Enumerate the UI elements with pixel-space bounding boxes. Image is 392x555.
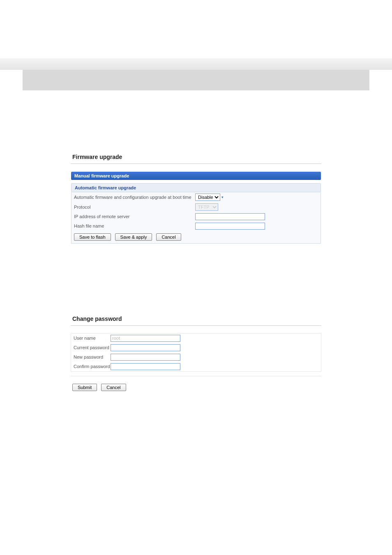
section-number-cp: 4.8.6 xyxy=(24,280,40,288)
chevron-down-icon: ▾ xyxy=(221,195,224,199)
automatic-upgrade-header[interactable]: Automatic firmware upgrade xyxy=(71,183,321,192)
figure-caption-cp: Figure 4-55 Change password xyxy=(23,403,369,410)
section-heading-change-password: 4.8.6 Change password xyxy=(23,280,369,288)
cp-confirm-input[interactable] xyxy=(111,363,180,370)
cp-username-label: User name xyxy=(74,336,111,341)
auto-boot-label: Automatic firmware and configuration upg… xyxy=(74,195,195,200)
figure-caption-firmware: Figure 4-54 Firmware upgrade xyxy=(23,256,369,264)
ip-address-label: IP address of remote server xyxy=(74,214,195,219)
paragraph-firmware-2: Please refer to the Appendix A for more … xyxy=(23,127,369,135)
paragraph-firmware-1: Firmware can be easily upgraded via a we… xyxy=(23,104,369,119)
change-password-panel: Change password User name Current passwo… xyxy=(71,313,321,391)
cp-panel-title: Change password xyxy=(71,313,321,326)
cp-current-input[interactable] xyxy=(111,344,180,351)
ip-address-input[interactable] xyxy=(195,213,265,220)
save-to-flash-button[interactable]: Save to flash xyxy=(74,233,111,241)
firmware-upgrade-panel: Firmware upgrade Manual firmware upgrade… xyxy=(71,151,321,244)
cp-confirm-label: Confirm password xyxy=(74,364,111,369)
cp-new-label: New password xyxy=(74,355,111,359)
section-title-cp: Change password xyxy=(52,280,112,288)
divider xyxy=(71,376,321,376)
save-and-apply-button[interactable]: Save & apply xyxy=(115,233,152,241)
top-toolbar-strip xyxy=(0,58,392,70)
cp-username-input xyxy=(111,335,180,342)
automatic-upgrade-table: Automatic firmware and configuration upg… xyxy=(71,192,321,244)
auto-boot-select[interactable]: Disable xyxy=(195,193,220,201)
submit-button[interactable]: Submit xyxy=(72,384,97,391)
cancel-button-cp[interactable]: Cancel xyxy=(101,384,126,391)
hash-file-input[interactable] xyxy=(195,223,265,230)
protocol-select[interactable]: TFTP xyxy=(195,203,218,211)
section-header-block-firmware: 4.8.5 Firmware upgrade xyxy=(23,70,369,90)
cp-new-input[interactable] xyxy=(111,354,180,361)
section-number-firmware: 4.8.5 xyxy=(32,76,44,82)
manual-upgrade-header[interactable]: Manual firmware upgrade xyxy=(71,172,321,180)
firmware-panel-title: Firmware upgrade xyxy=(71,151,321,164)
cancel-button-firmware[interactable]: Cancel xyxy=(156,233,181,241)
protocol-label: Protocol xyxy=(74,205,195,210)
cp-current-label: Current password xyxy=(74,345,111,350)
section-title-firmware: Firmware upgrade xyxy=(55,76,97,82)
paragraph-cp: This function is used to change the pass… xyxy=(23,293,369,309)
hash-file-label: Hash file name xyxy=(74,223,195,228)
